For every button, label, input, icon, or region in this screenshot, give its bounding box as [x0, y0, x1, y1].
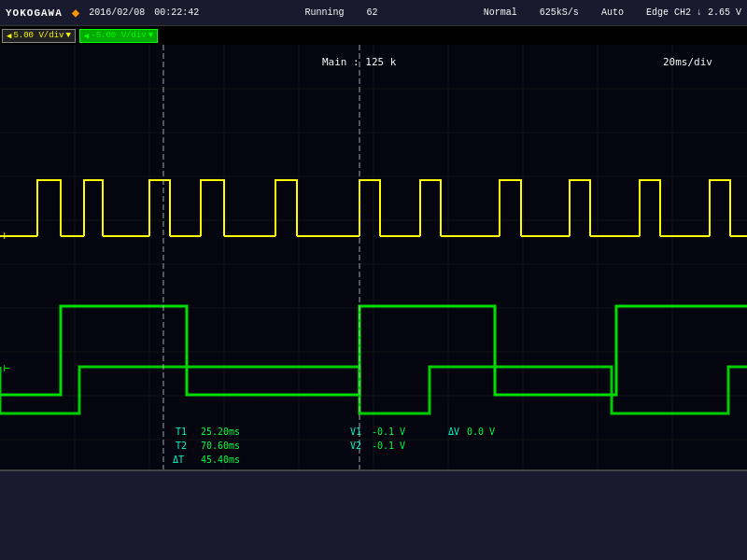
edge-arrow: ↓ [697, 7, 702, 18]
svg-text:-0.1 V: -0.1 V [372, 441, 405, 451]
header-right: Normal 625kS/s Auto Edge CH2 ↓ 2.65 V [484, 7, 741, 18]
svg-text:T2: T2 [176, 441, 187, 451]
header-bar: YOKOGAWA ◆ 2016/02/08 00:22:42 Running 6… [0, 0, 747, 26]
svg-text:70.60ms: 70.60ms [201, 441, 240, 451]
run-status: Running [305, 7, 345, 18]
svg-text:25.20ms: 25.20ms [201, 427, 240, 437]
run-count: 62 [367, 7, 378, 18]
ch1-label: 5.00 V/div [13, 31, 63, 40]
svg-text:T1: T1 [176, 427, 187, 437]
svg-text:20ms/div: 20ms/div [663, 56, 712, 68]
diamond-icon: ◆ [72, 5, 79, 21]
svg-text:45.40ms: 45.40ms [201, 455, 240, 465]
bottom-panel: CURSOR Display OFF ON Type ⦁⦁ ΔT Trace C… [0, 469, 747, 560]
scope-grid-svg: ⊢ ⊢ [0, 45, 747, 488]
edge-value: 2.65 V [708, 7, 741, 18]
svg-text:V1: V1 [350, 427, 361, 437]
scope-display: ⊢ ⊢ [0, 45, 747, 488]
ch1-arrow: ◀ [7, 31, 11, 41]
trigger-type: Auto [601, 7, 624, 18]
ch2-arrow: ◀ [84, 31, 89, 41]
header-left: YOKOGAWA ◆ 2016/02/08 00:22:42 [6, 5, 199, 21]
brand-logo: YOKOGAWA [6, 7, 63, 19]
header-center: Running 62 [305, 7, 378, 18]
date-display: 2016/02/08 [89, 7, 145, 18]
channel-bar: ◀ 5.00 V/div ▼ ◀ -5.00 V/div ▼ [0, 26, 747, 45]
ch2-indicator: ◀ -5.00 V/div ▼ [79, 29, 158, 43]
ch1-indicator: ◀ 5.00 V/div ▼ [2, 29, 76, 43]
svg-text:-0.1 V: -0.1 V [372, 427, 405, 437]
svg-text:ΔT: ΔT [173, 455, 184, 465]
svg-text:⊢: ⊢ [4, 362, 10, 374]
ch2-label: -5.00 V/div [91, 31, 146, 40]
svg-text:ΔV: ΔV [448, 427, 459, 437]
edge-label: Edge CH2 [646, 7, 691, 18]
ch1-marker: ▼ [65, 31, 70, 40]
svg-text:Main : 125 k: Main : 125 k [322, 56, 397, 68]
svg-text:0.0 V: 0.0 V [467, 427, 495, 437]
trigger-mode: Normal [484, 7, 517, 18]
ch2-marker: ▼ [148, 31, 153, 40]
time-display: 00:22:42 [154, 7, 199, 18]
sample-rate: 625kS/s [540, 7, 579, 18]
svg-text:V2: V2 [350, 441, 361, 451]
